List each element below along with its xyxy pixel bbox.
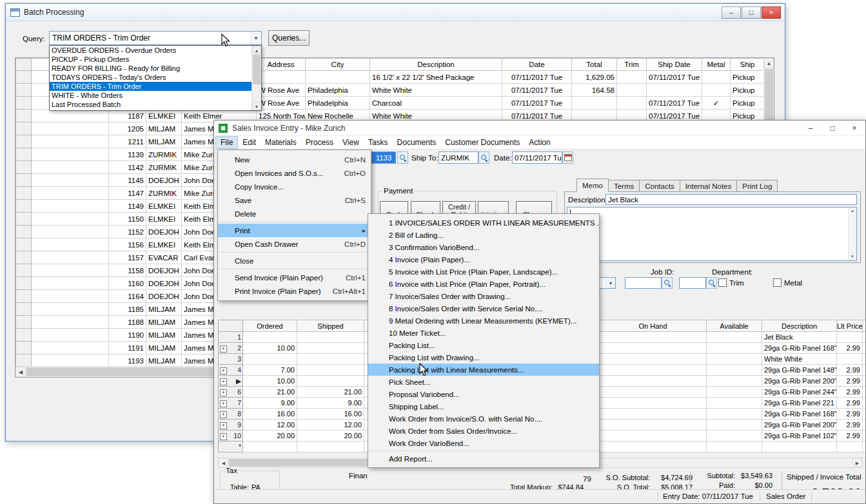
- print-submenu-item[interactable]: 1 INVOICE/SALES ORDER WITH LINEAR MEASUR…: [368, 217, 599, 229]
- queries-button[interactable]: Queries...: [268, 30, 310, 46]
- file-menu-item[interactable]: Print Invoice (Plain Paper)Ctrl+Alt+1: [218, 284, 371, 298]
- print-submenu-item[interactable]: Work Order from Sales Order/Invoice...: [368, 425, 599, 437]
- print-submenu-item[interactable]: Pick Sheet...: [368, 376, 599, 388]
- maximize-button[interactable]: □: [742, 6, 761, 19]
- department-field[interactable]: [679, 277, 706, 289]
- print-submenu-item[interactable]: Work Order VarioBend...: [368, 437, 599, 449]
- date-field[interactable]: 07/11/2017 Tue: [512, 151, 562, 164]
- grid-row-header[interactable]: +▶: [219, 376, 243, 387]
- print-submenu-item[interactable]: 10 Meter Ticket...: [368, 327, 599, 339]
- query-list-item[interactable]: READY FOR BILLING - Ready for Billing: [50, 64, 251, 73]
- tab-memo[interactable]: Memo: [576, 179, 609, 192]
- batch-column-header[interactable]: Ship: [731, 59, 765, 71]
- query-list-item[interactable]: OVERDUE ORDERS - Overdue Orders: [50, 46, 251, 55]
- grid-row-header[interactable]: +2: [219, 343, 243, 354]
- menu-file[interactable]: File: [215, 136, 238, 149]
- expand-icon[interactable]: +: [220, 389, 227, 396]
- grid-row-header[interactable]: +10: [219, 431, 243, 441]
- batch-column-header[interactable]: City: [306, 59, 370, 71]
- file-menu-item[interactable]: Copy Invoice...: [218, 180, 371, 193]
- tab-print-log[interactable]: Print Log: [737, 180, 778, 192]
- grid-row-header[interactable]: *: [219, 441, 243, 452]
- file-menu-item[interactable]: NewCtrl+N: [218, 153, 371, 166]
- scroll-left-icon[interactable]: ◀: [219, 458, 228, 467]
- scroll-up-icon[interactable]: ▲: [849, 208, 856, 215]
- grid-row-header[interactable]: 1: [219, 332, 243, 343]
- batch-column-header[interactable]: Date: [502, 59, 572, 71]
- job-id-field[interactable]: [625, 277, 662, 289]
- print-submenu-item[interactable]: Packing List with Linear Measurements...: [368, 363, 599, 376]
- print-submenu-item[interactable]: 2 Bill of Lading...: [368, 229, 599, 241]
- file-menu-item[interactable]: Open Invoices and S.O.s...Ctrl+O: [218, 166, 371, 180]
- memo-scrollbar[interactable]: ▲ ▼: [848, 208, 856, 260]
- metal-checkbox[interactable]: Metal: [773, 278, 802, 287]
- file-menu-item[interactable]: Send Invoice (Plain Paper)Ctrl+1: [218, 271, 371, 284]
- job-id-search-button[interactable]: [662, 277, 673, 289]
- trim-checkbox[interactable]: Trim: [718, 278, 744, 287]
- print-submenu-item[interactable]: Work Order from Invoice/S.O. with Serial…: [368, 412, 599, 425]
- menu-tasks[interactable]: Tasks: [364, 136, 393, 149]
- minimize-button[interactable]: –: [800, 121, 822, 135]
- expand-icon[interactable]: +: [220, 433, 227, 440]
- file-menu-item[interactable]: Open Cash DrawerCtrl+D: [218, 237, 371, 251]
- menu-customer-documents[interactable]: Customer Documents: [440, 136, 524, 149]
- scroll-down-icon[interactable]: ▼: [252, 102, 261, 110]
- grid-row-header[interactable]: +6: [219, 387, 243, 398]
- print-submenu-item[interactable]: Proposal Variobend...: [368, 388, 599, 400]
- calendar-button[interactable]: [562, 151, 573, 164]
- batch-titlebar[interactable]: Batch Processing – □ ×: [6, 4, 785, 21]
- chevron-down-icon[interactable]: ▼: [250, 32, 261, 44]
- scroll-right-icon[interactable]: ▶: [852, 458, 862, 467]
- print-submenu-item[interactable]: Packing List with Drawing...: [368, 351, 599, 363]
- grid-row-header[interactable]: +7: [219, 398, 243, 409]
- menu-action[interactable]: Action: [524, 136, 555, 149]
- scroll-up-icon[interactable]: ▲: [252, 46, 261, 54]
- grid-row-header[interactable]: +9: [219, 420, 243, 431]
- query-list-item[interactable]: WHITE - White Orders: [50, 91, 251, 100]
- print-submenu-item[interactable]: 5 Invoice with List Price (Plain Paper, …: [368, 266, 599, 278]
- invoice-search-button[interactable]: [397, 151, 408, 164]
- query-list-item[interactable]: TODAYS ORDERS - Today's Orders: [50, 73, 251, 82]
- batch-column-header[interactable]: Description: [370, 59, 502, 71]
- maximize-button[interactable]: □: [822, 121, 843, 135]
- scroll-up-icon[interactable]: ▲: [764, 58, 774, 68]
- invoice-titlebar[interactable]: Sales Invoice Entry - Mike Zurich – □ ×: [214, 121, 865, 136]
- department-search-button[interactable]: [706, 277, 717, 289]
- description-field[interactable]: Jet Black: [605, 194, 857, 205]
- batch-column-header[interactable]: [16, 59, 32, 71]
- expand-icon[interactable]: +: [220, 378, 227, 385]
- print-submenu-item[interactable]: 6 Invoice with List Price (Plain Paper, …: [368, 278, 599, 290]
- close-button[interactable]: ×: [762, 6, 781, 19]
- menu-edit[interactable]: Edit: [238, 136, 261, 149]
- file-menu-item[interactable]: SaveCtrl+S: [218, 193, 371, 207]
- query-list-item[interactable]: Last Processed Batch: [50, 100, 251, 109]
- file-menu-item[interactable]: Delete: [218, 207, 371, 220]
- menu-materials[interactable]: Materials: [261, 136, 301, 149]
- query-dropdown[interactable]: TRIM ORDERS - Trim Order ▼: [49, 31, 262, 45]
- grid-row-header[interactable]: +4: [219, 365, 243, 376]
- expand-icon[interactable]: +: [220, 400, 227, 407]
- batch-column-header[interactable]: Metal: [702, 59, 731, 71]
- expand-icon[interactable]: +: [220, 367, 227, 374]
- invoice-number-field[interactable]: 1133: [371, 151, 396, 164]
- menu-process[interactable]: Process: [301, 136, 338, 149]
- ship-to-search-button[interactable]: [478, 151, 489, 164]
- query-list-item[interactable]: PICKUP - Pickup Orders: [50, 55, 251, 64]
- expand-icon[interactable]: +: [220, 411, 227, 418]
- scroll-left-icon[interactable]: ◀: [15, 367, 26, 377]
- scroll-thumb[interactable]: [253, 55, 261, 84]
- file-menu-item[interactable]: Close: [218, 254, 371, 267]
- close-button[interactable]: ×: [843, 121, 865, 135]
- minimize-button[interactable]: –: [722, 6, 741, 19]
- memo-textarea[interactable]: ▲ ▼: [567, 207, 857, 261]
- expand-icon[interactable]: +: [220, 422, 227, 429]
- print-submenu-item[interactable]: 3 Confirmation VarioBend...: [368, 241, 599, 253]
- print-submenu-item[interactable]: 9 Metal Ordering with Linear Measurement…: [368, 315, 599, 327]
- grid-row-header[interactable]: 3: [219, 354, 243, 365]
- query-list-item[interactable]: TRIM ORDERS - Trim Order: [50, 82, 251, 91]
- grid-row-header[interactable]: +8: [219, 409, 243, 420]
- menu-documents[interactable]: Documents: [393, 136, 441, 149]
- scroll-down-icon[interactable]: ▼: [849, 253, 856, 260]
- print-submenu-item[interactable]: 8 Invoice/Sales Order with Service Seria…: [368, 302, 599, 315]
- tab-terms[interactable]: Terms: [609, 180, 640, 192]
